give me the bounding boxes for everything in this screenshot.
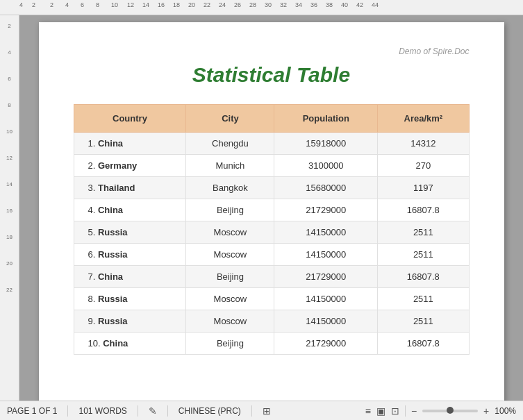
col-header-city: City — [186, 105, 274, 133]
settings-icon[interactable]: ⊞ — [263, 405, 271, 417]
page-info: PAGE 1 OF 1 — [7, 406, 57, 416]
statistical-table: Country City Population Area/km² 1. Chin… — [74, 104, 470, 355]
view-icon-3[interactable]: ⊡ — [391, 405, 399, 417]
status-bar-right: ≡ ▣ ⊡ − + 100% — [365, 405, 516, 417]
cell-area: 2511 — [378, 244, 469, 266]
table-row: 6. RussiaMoscow141500002511 — [74, 244, 469, 266]
cell-population: 14150000 — [274, 244, 378, 266]
cell-country: 8. Russia — [74, 288, 186, 310]
status-divider-1 — [67, 405, 68, 417]
status-divider-2 — [138, 405, 138, 417]
view-icon-2[interactable]: ▣ — [376, 405, 385, 417]
view-icon-1[interactable]: ≡ — [365, 405, 371, 417]
table-row: 3. ThailandBangkok156800001197 — [74, 177, 469, 199]
zoom-in-icon[interactable]: + — [483, 405, 489, 417]
cell-population: 14150000 — [274, 221, 378, 244]
table-row: 8. RussiaMoscow141500002511 — [74, 288, 469, 310]
cell-country: 9. Russia — [74, 310, 186, 333]
zoom-slider[interactable] — [422, 410, 478, 412]
cell-area: 2511 — [378, 221, 469, 244]
language-indicator: CHINESE (PRC) — [179, 406, 241, 416]
table-row: 5. RussiaMoscow141500002511 — [74, 221, 469, 244]
cell-city: Moscow — [186, 221, 274, 244]
table-row: 4. ChinaBeijing2172900016807.8 — [74, 199, 469, 221]
status-divider-4 — [251, 405, 252, 417]
col-header-area: Area/km² — [378, 105, 469, 133]
page-title: Statistical Table — [74, 63, 470, 87]
cell-country: 1. China — [74, 133, 186, 155]
table-row: 10. ChinaBeijing2172900016807.8 — [74, 333, 469, 355]
cell-city: Beijing — [186, 266, 274, 288]
cell-area: 16807.8 — [378, 266, 469, 288]
cell-city: Moscow — [186, 288, 274, 310]
col-header-population: Population — [274, 105, 378, 133]
cell-country: 2. Germany — [74, 155, 186, 177]
cell-population: 15918000 — [274, 133, 378, 155]
cell-city: Beijing — [186, 199, 274, 221]
cell-country: 10. China — [74, 333, 186, 355]
word-count: 101 WORDS — [78, 406, 126, 416]
cell-city: Moscow — [186, 244, 274, 266]
cell-population: 21729000 — [274, 266, 378, 288]
ruler-left: 2 4 6 8 10 12 14 16 18 20 22 — [0, 15, 19, 401]
cell-country: 3. Thailand — [74, 177, 186, 199]
cell-area: 16807.8 — [378, 333, 469, 355]
cell-city: Moscow — [186, 310, 274, 333]
zoom-out-icon[interactable]: − — [411, 405, 417, 417]
zoom-level: 100% — [495, 406, 516, 416]
cell-country: 7. China — [74, 266, 186, 288]
cell-population: 3100000 — [274, 155, 378, 177]
cell-city: Munich — [186, 155, 274, 177]
cell-city: Chengdu — [186, 133, 274, 155]
table-row: 1. ChinaChengdu1591800014312 — [74, 133, 469, 155]
cell-city: Bangkok — [186, 177, 274, 199]
cell-population: 14150000 — [274, 288, 378, 310]
cell-population: 15680000 — [274, 177, 378, 199]
cell-country: 6. Russia — [74, 244, 186, 266]
cell-population: 21729000 — [274, 199, 378, 221]
status-divider-5 — [405, 405, 406, 417]
status-bar: PAGE 1 OF 1 101 WORDS ✎ CHINESE (PRC) ⊞ … — [0, 401, 523, 420]
cell-area: 2511 — [378, 310, 469, 333]
document-area[interactable]: Demo of Spire.Doc Statistical Table Coun… — [19, 15, 523, 401]
cell-country: 4. China — [74, 199, 186, 221]
cell-area: 1197 — [378, 177, 469, 199]
table-row: 9. RussiaMoscow141500002511 — [74, 310, 469, 333]
status-bar-left: PAGE 1 OF 1 101 WORDS ✎ CHINESE (PRC) ⊞ — [7, 405, 355, 417]
table-header-row: Country City Population Area/km² — [74, 105, 469, 133]
cell-population: 14150000 — [274, 310, 378, 333]
cell-city: Beijing — [186, 333, 274, 355]
edit-icon[interactable]: ✎ — [149, 405, 157, 417]
status-divider-3 — [167, 405, 168, 417]
watermark: Demo of Spire.Doc — [74, 47, 470, 56]
table-row: 2. GermanyMunich3100000270 — [74, 155, 469, 177]
col-header-country: Country — [74, 105, 186, 133]
cell-area: 2511 — [378, 288, 469, 310]
cell-area: 14312 — [378, 133, 469, 155]
ruler-top: 4 2 2 4 6 8 10 12 14 16 18 20 22 24 26 2… — [0, 0, 523, 15]
zoom-thumb — [447, 407, 454, 414]
cell-area: 270 — [378, 155, 469, 177]
cell-area: 16807.8 — [378, 199, 469, 221]
main-area: 2 4 6 8 10 12 14 16 18 20 22 Demo of Spi… — [0, 15, 523, 401]
table-row: 7. ChinaBeijing2172900016807.8 — [74, 266, 469, 288]
page: Demo of Spire.Doc Statistical Table Coun… — [39, 22, 504, 401]
cell-population: 21729000 — [274, 333, 378, 355]
cell-country: 5. Russia — [74, 221, 186, 244]
